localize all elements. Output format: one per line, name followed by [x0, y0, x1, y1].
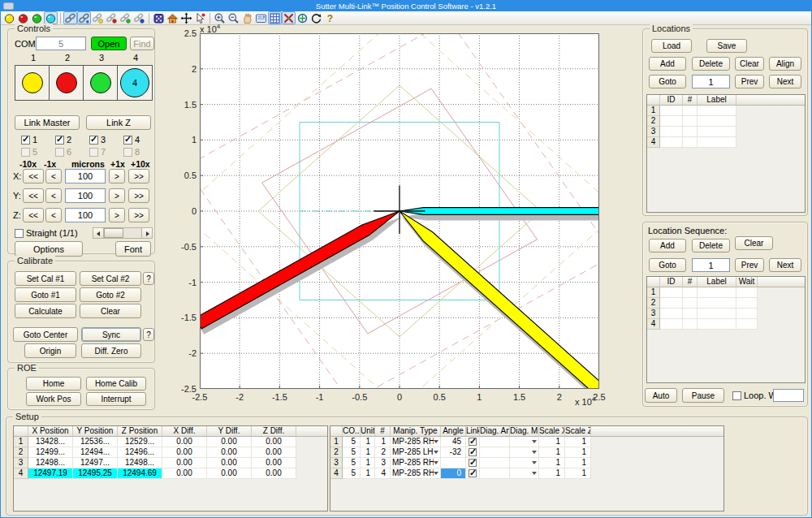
link-master-button[interactable]: Link Master — [15, 115, 80, 130]
link-manip-1-icon[interactable] — [91, 11, 105, 24]
table-cell[interactable] — [698, 137, 736, 148]
dropdown-chevron-icon[interactable] — [434, 451, 438, 454]
table-cell[interactable]: 0 — [441, 468, 466, 479]
manipulator-ball[interactable]: 4 — [120, 68, 149, 97]
table-cell[interactable]: 12536... — [73, 437, 118, 447]
origin-button[interactable]: Origin — [24, 343, 76, 358]
table-cell[interactable]: 5 — [343, 437, 361, 447]
table-cell[interactable] — [698, 106, 736, 116]
sequence-goto-button[interactable]: Goto — [649, 258, 686, 272]
pause-button[interactable]: Pause — [682, 388, 724, 403]
table-cell[interactable] — [510, 447, 539, 458]
scrollbar-thumb[interactable] — [104, 228, 123, 238]
table-cell[interactable] — [698, 298, 736, 309]
locations-add-button[interactable]: Add — [649, 57, 686, 71]
sequence-prev-button[interactable]: Prev — [735, 258, 764, 272]
table-cell[interactable]: MP-285 RH St — [391, 458, 441, 468]
loop-wait-checkbox-box[interactable] — [732, 391, 741, 400]
table-cell[interactable]: 1 — [565, 468, 591, 479]
table-cell[interactable] — [698, 287, 736, 298]
link-z-button[interactable]: Link Z — [86, 115, 151, 130]
dropdown-chevron-icon[interactable] — [434, 461, 438, 464]
goto-cal-1-button[interactable]: Goto #1 — [15, 287, 76, 302]
table-cell[interactable] — [683, 116, 698, 127]
table-cell[interactable] — [683, 298, 698, 309]
link-checkbox-2[interactable]: 2 — [55, 135, 71, 145]
home-icon[interactable] — [166, 11, 179, 24]
table-cell[interactable]: 0.00 — [252, 437, 296, 447]
locations-save-button[interactable]: Save — [706, 39, 747, 53]
table-cell[interactable]: MP-285 RH — [391, 468, 441, 479]
grid-icon[interactable] — [268, 11, 282, 24]
goto-cal-2-button[interactable]: Goto #2 — [80, 287, 141, 302]
com-port-field[interactable]: 5 — [36, 37, 86, 50]
locations-goto-index-field[interactable]: 1 — [692, 75, 730, 88]
loop-wait-field[interactable] — [773, 389, 804, 402]
help-icon[interactable]: ? — [323, 11, 337, 24]
table-cell[interactable] — [480, 458, 510, 468]
move-icon[interactable] — [179, 11, 193, 24]
table-cell[interactable]: 1 — [361, 447, 375, 458]
locations-goto-button[interactable]: Goto — [649, 75, 686, 88]
table-cell[interactable]: 1 — [539, 437, 565, 447]
table-cell[interactable] — [660, 137, 683, 148]
table-cell[interactable] — [466, 437, 480, 447]
checkbox-box[interactable] — [89, 136, 98, 145]
diff-zero-button[interactable]: Diff. Zero — [81, 343, 141, 358]
locations-next-button[interactable]: Next — [769, 75, 801, 88]
table-cell[interactable]: -32 — [441, 447, 466, 458]
crosshair-icon[interactable] — [282, 11, 296, 24]
dropdown-chevron-icon[interactable] — [532, 472, 537, 475]
link-checkbox-4[interactable]: 4 — [123, 135, 140, 145]
table-cell[interactable] — [698, 127, 736, 137]
table-cell[interactable]: 0.00 — [162, 468, 207, 479]
table-cell[interactable]: 12497.19 — [28, 468, 73, 479]
table-cell[interactable] — [480, 468, 510, 479]
step-size-field[interactable]: 100 — [65, 188, 106, 203]
link-checkbox-3[interactable]: 3 — [89, 135, 106, 145]
pan-hand-icon[interactable] — [240, 11, 254, 24]
step-size-field[interactable]: 100 — [65, 208, 106, 222]
jog-inc-button[interactable]: > — [109, 188, 125, 203]
table-cell[interactable] — [510, 458, 539, 468]
locations-load-button[interactable]: Load — [651, 39, 692, 53]
table-cell[interactable] — [660, 116, 683, 127]
clear-cal-button[interactable]: Clear — [80, 304, 141, 318]
link-manip-3-icon[interactable] — [119, 11, 132, 24]
table-cell[interactable]: 0.00 — [207, 437, 252, 447]
jog-inc-button[interactable]: > — [109, 169, 125, 183]
sync-button[interactable]: Sync — [81, 327, 141, 342]
table-cell[interactable]: 0.00 — [207, 468, 252, 479]
table-cell[interactable]: 0.00 — [207, 458, 252, 468]
table-cell[interactable] — [510, 468, 539, 479]
table-cell[interactable]: 1 — [375, 437, 391, 447]
table-cell[interactable]: 0.00 — [162, 437, 207, 447]
table-cell[interactable] — [466, 447, 480, 458]
table-cell[interactable]: 1 — [361, 458, 375, 468]
manipulator-cell-3[interactable] — [84, 66, 118, 100]
table-cell[interactable] — [441, 458, 466, 468]
locations-delete-button[interactable]: Delete — [692, 57, 730, 71]
jog-dec-button[interactable]: < — [45, 169, 62, 183]
table-cell[interactable]: 0.00 — [162, 447, 207, 458]
table-cell[interactable] — [683, 106, 698, 116]
table-cell[interactable]: 1 — [565, 437, 591, 447]
link-manip-4-icon[interactable] — [132, 11, 146, 24]
table-cell[interactable] — [466, 458, 480, 468]
jog-inc-button[interactable]: > — [109, 208, 125, 222]
link-cell-checkbox[interactable] — [469, 438, 477, 446]
table-cell[interactable] — [683, 309, 698, 319]
table-cell[interactable]: 12497... — [73, 458, 118, 468]
locations-prev-button[interactable]: Prev — [735, 75, 764, 88]
table-cell[interactable] — [736, 319, 758, 330]
jog-inc10-button[interactable]: >> — [128, 208, 149, 222]
table-cell[interactable] — [683, 319, 698, 330]
calculate-button[interactable]: Calculate — [15, 304, 76, 318]
set-cal-2-button[interactable]: Set Cal #2 — [80, 271, 141, 286]
home-calib-button[interactable]: Home Calib — [86, 377, 146, 391]
table-cell[interactable]: 12498... — [28, 458, 73, 468]
center-target-icon[interactable] — [296, 11, 309, 24]
table-cell[interactable]: 12499... — [28, 447, 73, 458]
dropdown-chevron-icon[interactable] — [434, 472, 438, 475]
table-cell[interactable]: 12494.69 — [118, 468, 162, 479]
